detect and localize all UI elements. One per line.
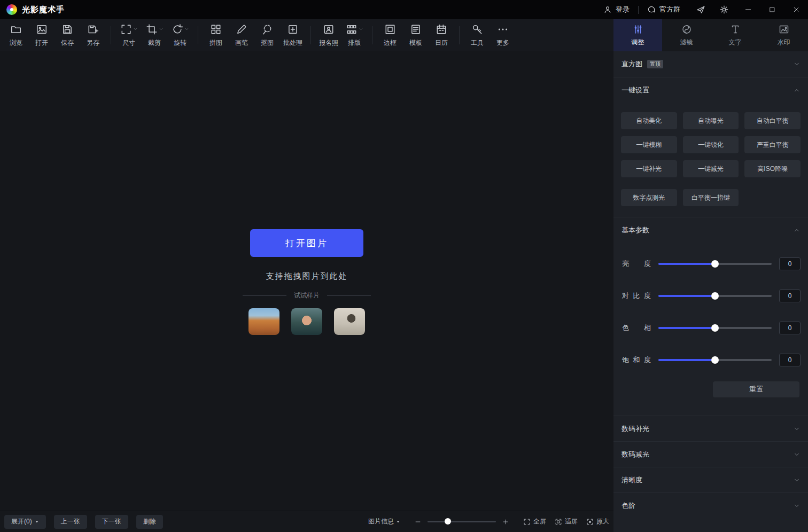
section-digital-fill-light[interactable]: 数码补光 bbox=[613, 416, 808, 441]
saturation-slider-handle[interactable] bbox=[711, 356, 719, 364]
hue-slider[interactable] bbox=[658, 324, 772, 332]
toolbar-button-open[interactable]: 打开 bbox=[29, 20, 55, 50]
zoom-in-icon[interactable] bbox=[502, 519, 509, 525]
image-info-toggle[interactable]: 图片信息 bbox=[368, 517, 400, 526]
reset-button[interactable]: 重置 bbox=[713, 381, 799, 397]
toolbar-button-browse[interactable]: 浏览 bbox=[3, 20, 29, 50]
contrast-slider[interactable] bbox=[658, 292, 772, 300]
one-key-fill-light-button[interactable]: 一键补光 bbox=[621, 160, 677, 177]
pin-top-badge[interactable]: 置顶 bbox=[647, 60, 663, 68]
section-digital-dim[interactable]: 数码减光 bbox=[613, 441, 808, 467]
settings-button[interactable] bbox=[712, 0, 736, 19]
sample-thumbnail-desert[interactable] bbox=[248, 308, 279, 335]
saturation-slider[interactable] bbox=[658, 356, 772, 364]
gear-icon bbox=[719, 5, 729, 14]
brightness-row: 亮度 0 bbox=[613, 248, 808, 280]
login-label: 登录 bbox=[616, 5, 630, 14]
official-group-button[interactable]: 官方群 bbox=[639, 0, 689, 19]
previous-image-button[interactable]: 上一张 bbox=[54, 515, 87, 529]
maximize-button[interactable] bbox=[760, 0, 784, 19]
zoom-slider-handle[interactable] bbox=[445, 518, 451, 525]
image-info-label: 图片信息 bbox=[368, 517, 394, 526]
tab-watermark[interactable]: 水印 bbox=[759, 19, 808, 51]
close-icon bbox=[793, 6, 800, 13]
close-button[interactable] bbox=[784, 0, 808, 19]
chevron-down-icon bbox=[184, 27, 189, 32]
brightness-slider-handle[interactable] bbox=[711, 260, 719, 268]
toolbar-button-rotate[interactable]: 旋转 bbox=[167, 20, 193, 50]
zoom-out-icon[interactable] bbox=[415, 519, 421, 525]
chevron-down-icon bbox=[159, 27, 164, 32]
sample-thumbnail-portrait[interactable] bbox=[291, 308, 322, 335]
section-levels[interactable]: 色阶 bbox=[613, 492, 808, 518]
share-button[interactable] bbox=[689, 0, 712, 19]
sample-thumbnail-desk[interactable] bbox=[334, 308, 365, 335]
next-image-button[interactable]: 下一张 bbox=[95, 515, 128, 529]
batch-icon bbox=[287, 24, 299, 35]
toolbar-separator bbox=[198, 26, 198, 44]
tab-adjust[interactable]: 调整 bbox=[613, 19, 662, 51]
fit-screen-button[interactable]: 适屏 bbox=[555, 517, 578, 526]
toolbar-button-cutout[interactable]: 抠图 bbox=[254, 20, 280, 50]
zoom-control bbox=[415, 519, 509, 525]
contrast-value-input[interactable]: 0 bbox=[779, 290, 801, 302]
tab-filters[interactable]: 滤镜 bbox=[662, 19, 711, 51]
one-key-blur-button[interactable]: 一键模糊 bbox=[621, 136, 677, 153]
template-icon bbox=[410, 24, 422, 35]
contrast-slider-handle[interactable] bbox=[711, 292, 719, 300]
one-key-dim-button[interactable]: 一键减光 bbox=[683, 160, 739, 177]
digital-spot-metering-button[interactable]: 数字点测光 bbox=[621, 189, 677, 206]
white-balance-one-key-button[interactable]: 白平衡一指键 bbox=[683, 189, 739, 206]
minimize-icon bbox=[744, 6, 752, 13]
toolbar-button-calendar[interactable]: 日历 bbox=[429, 20, 454, 50]
toolbar-label: 批处理 bbox=[283, 38, 302, 48]
toolbar-button-batch[interactable]: 批处理 bbox=[280, 20, 306, 50]
resize-icon bbox=[120, 24, 132, 35]
brightness-value-input[interactable]: 0 bbox=[779, 257, 801, 270]
toolbar-button-crop[interactable]: 裁剪 bbox=[142, 20, 167, 50]
expand-button[interactable]: 展开(0) bbox=[4, 515, 46, 529]
toolbar-button-more[interactable]: 更多 bbox=[490, 20, 516, 50]
basic-params-body: 亮度 0 对比度 0 色相 bbox=[613, 242, 808, 416]
tab-text[interactable]: 文字 bbox=[711, 19, 759, 51]
toolbar-button-save[interactable]: 保存 bbox=[55, 20, 80, 50]
brightness-slider[interactable] bbox=[658, 260, 772, 268]
toolbar-button-collage[interactable]: 拼图 bbox=[203, 20, 229, 50]
open-image-button[interactable]: 打开图片 bbox=[250, 229, 363, 257]
fullscreen-button[interactable]: 全屏 bbox=[523, 517, 546, 526]
filter-icon bbox=[681, 24, 692, 35]
auto-exposure-button[interactable]: 自动曝光 bbox=[683, 112, 739, 129]
sample-thumbnails bbox=[248, 308, 365, 335]
minimize-button[interactable] bbox=[736, 0, 760, 19]
toolbar-button-border[interactable]: 边框 bbox=[377, 20, 403, 50]
toolbar-button-layout[interactable]: 排版 bbox=[341, 20, 367, 50]
toolbar-button-id-photo[interactable]: 报名照 bbox=[316, 20, 341, 50]
high-iso-denoise-button[interactable]: 高ISO降噪 bbox=[744, 160, 801, 177]
hue-slider-handle[interactable] bbox=[711, 324, 719, 332]
chevron-down-icon bbox=[794, 426, 800, 432]
original-size-button[interactable]: 原大 bbox=[586, 517, 609, 526]
login-button[interactable]: 登录 bbox=[595, 0, 638, 19]
saturation-value-input[interactable]: 0 bbox=[779, 354, 801, 366]
digital-dim-title: 数码减光 bbox=[621, 450, 649, 459]
section-basic-params[interactable]: 基本参数 bbox=[613, 217, 808, 242]
layout-grid-icon bbox=[346, 24, 358, 35]
app-logo-icon bbox=[6, 4, 17, 15]
toolbar-separator bbox=[310, 26, 311, 44]
toolbar-button-size[interactable]: 尺寸 bbox=[116, 20, 142, 50]
one-key-sharpen-button[interactable]: 一键锐化 bbox=[683, 136, 739, 153]
toolbar-button-brush[interactable]: 画笔 bbox=[229, 20, 254, 50]
toolbar-button-save-as[interactable]: 另存 bbox=[80, 20, 106, 50]
toolbar-button-tools[interactable]: 工具 bbox=[464, 20, 490, 50]
toolbar-button-template[interactable]: 模板 bbox=[403, 20, 429, 50]
auto-beautify-button[interactable]: 自动美化 bbox=[621, 112, 677, 129]
delete-button[interactable]: 删除 bbox=[136, 515, 163, 529]
auto-white-balance-button[interactable]: 自动白平衡 bbox=[744, 112, 801, 129]
hue-value-input[interactable]: 0 bbox=[779, 322, 801, 334]
section-histogram[interactable]: 直方图 置顶 bbox=[613, 51, 808, 77]
zoom-slider[interactable] bbox=[428, 521, 496, 522]
section-clarity[interactable]: 清晰度 bbox=[613, 467, 808, 492]
severe-white-balance-button[interactable]: 严重白平衡 bbox=[744, 136, 801, 153]
section-one-key-settings[interactable]: 一键设置 bbox=[613, 77, 808, 103]
toolbar-label: 打开 bbox=[35, 38, 48, 48]
